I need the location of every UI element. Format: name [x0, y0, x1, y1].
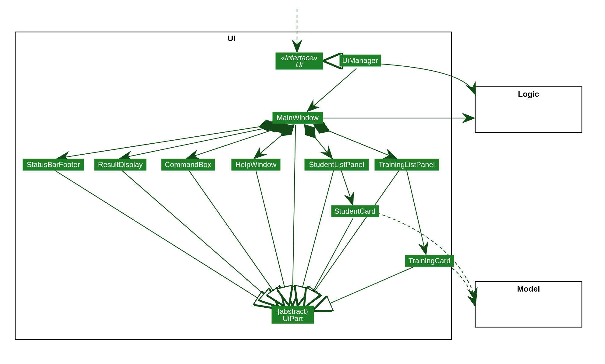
class-command-box: CommandBox: [161, 159, 215, 170]
svg-rect-0: [15, 32, 451, 339]
package-model: Model: [475, 282, 582, 327]
class-ui-part: {abstract} UiPart: [272, 306, 314, 324]
package-model-label: Model: [517, 284, 540, 293]
class-result-display: ResultDisplay: [94, 159, 146, 170]
class-status-bar-footer: StatusBarFooter: [23, 159, 84, 170]
class-slp-name: StudentListPanel: [309, 160, 364, 169]
class-uipart-stereotype: {abstract}: [277, 307, 308, 315]
class-uipart-name: UiPart: [283, 314, 303, 323]
uml-diagram: UI Logic Model Model (dashed dependency,…: [0, 0, 605, 364]
class-hw-name: HelpWindow: [235, 160, 277, 169]
class-rd-name: ResultDisplay: [98, 160, 143, 169]
class-ui-interface: «Interface» Ui: [276, 53, 323, 69]
package-ui: UI: [15, 32, 451, 339]
class-ui-manager-name: UiManager: [342, 56, 378, 65]
class-tlp-name: TrainingListPanel: [379, 160, 435, 169]
class-cb-name: CommandBox: [165, 160, 211, 169]
class-training-list-panel: TrainingListPanel: [375, 159, 439, 170]
class-main-window: MainWindow: [273, 112, 323, 124]
package-logic-label: Logic: [518, 89, 539, 99]
class-training-card: TrainingCard: [405, 255, 454, 267]
class-student-list-panel: StudentListPanel: [305, 159, 369, 170]
class-tc-name: TrainingCard: [409, 257, 451, 265]
class-ui-manager: UiManager: [340, 55, 381, 66]
class-student-card: StudentCard: [331, 205, 379, 217]
class-help-window: HelpWindow: [232, 159, 280, 170]
class-sc-name: StudentCard: [334, 207, 376, 215]
edge-trainingcard-to-model: [448, 265, 475, 306]
package-ui-label: UI: [228, 34, 235, 43]
class-sbf-name: StatusBarFooter: [27, 160, 80, 169]
class-ui-name: Ui: [296, 61, 303, 69]
package-logic: Logic: [475, 87, 582, 132]
class-main-window-name: MainWindow: [277, 114, 319, 122]
